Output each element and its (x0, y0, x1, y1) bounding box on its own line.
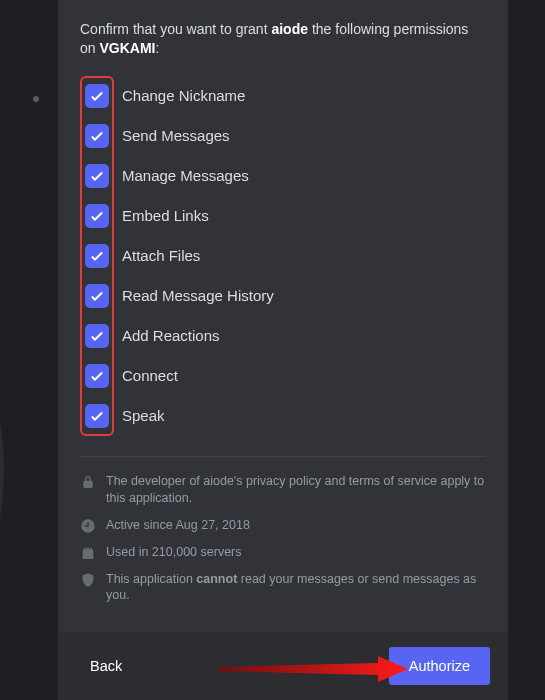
permission-list: Change Nickname Send Messages Manage Mes… (80, 76, 486, 436)
info-text: Used in 210,000 servers (106, 544, 242, 561)
permission-checkbox[interactable] (85, 124, 109, 148)
check-icon (89, 88, 105, 104)
check-icon (89, 288, 105, 304)
lock-icon (80, 474, 96, 490)
server-list-dot (33, 96, 39, 102)
permission-checkbox[interactable] (85, 284, 109, 308)
permission-highlight-box: Change Nickname Send Messages Manage Mes… (80, 76, 114, 436)
check-icon (89, 368, 105, 384)
svg-marker-0 (218, 656, 408, 682)
check-icon (89, 128, 105, 144)
permission-checkbox[interactable] (85, 364, 109, 388)
permission-label: Attach Files (122, 247, 200, 264)
permission-row: Embed Links (85, 204, 109, 228)
permission-label: Change Nickname (122, 87, 245, 104)
permission-row: Add Reactions (85, 324, 109, 348)
check-icon (89, 328, 105, 344)
app-name: aiode (271, 21, 308, 37)
info-text: Active since Aug 27, 2018 (106, 517, 250, 534)
permission-checkbox[interactable] (85, 164, 109, 188)
permission-label: Embed Links (122, 207, 209, 224)
info-text: The developer of aiode's privacy policy … (106, 473, 486, 507)
permission-checkbox[interactable] (85, 324, 109, 348)
server-name: VGKAMI (99, 40, 155, 56)
permission-label: Connect (122, 367, 178, 384)
info-row-servers: Used in 210,000 servers (80, 544, 486, 561)
clock-icon (80, 518, 96, 534)
permission-label: Read Message History (122, 287, 274, 304)
authorize-modal: Confirm that you want to grant aiode the… (58, 0, 508, 700)
permission-label: Add Reactions (122, 327, 220, 344)
divider (80, 456, 486, 457)
permission-row: Change Nickname (85, 84, 109, 108)
permission-row: Connect (85, 364, 109, 388)
permission-checkbox[interactable] (85, 404, 109, 428)
info-row-security: This application cannot read your messag… (80, 571, 486, 605)
shield-icon (80, 572, 96, 588)
modal-footer: Back Authorize (58, 632, 508, 700)
permission-row: Send Messages (85, 124, 109, 148)
info-text: This application cannot read your messag… (106, 571, 486, 605)
permission-label: Send Messages (122, 127, 230, 144)
check-icon (89, 168, 105, 184)
confirm-text: Confirm that you want to grant aiode the… (80, 20, 486, 58)
security-cannot: cannot (196, 572, 237, 586)
permission-label: Speak (122, 407, 165, 424)
confirm-suffix: : (155, 40, 159, 56)
back-button[interactable]: Back (76, 648, 136, 684)
permission-row: Manage Messages (85, 164, 109, 188)
permission-row: Attach Files (85, 244, 109, 268)
annotation-arrow (218, 656, 408, 682)
permission-checkbox[interactable] (85, 204, 109, 228)
security-prefix: This application (106, 572, 196, 586)
check-icon (89, 408, 105, 424)
permission-row: Speak (85, 404, 109, 428)
info-row-privacy: The developer of aiode's privacy policy … (80, 473, 486, 507)
authorize-button[interactable]: Authorize (389, 647, 490, 685)
modal-body: Confirm that you want to grant aiode the… (58, 0, 508, 632)
check-icon (89, 208, 105, 224)
permission-label: Manage Messages (122, 167, 249, 184)
permission-row: Read Message History (85, 284, 109, 308)
check-icon (89, 248, 105, 264)
permission-checkbox[interactable] (85, 244, 109, 268)
castle-icon (80, 545, 96, 561)
confirm-prefix: Confirm that you want to grant (80, 21, 271, 37)
info-row-active: Active since Aug 27, 2018 (80, 517, 486, 534)
permission-checkbox[interactable] (85, 84, 109, 108)
